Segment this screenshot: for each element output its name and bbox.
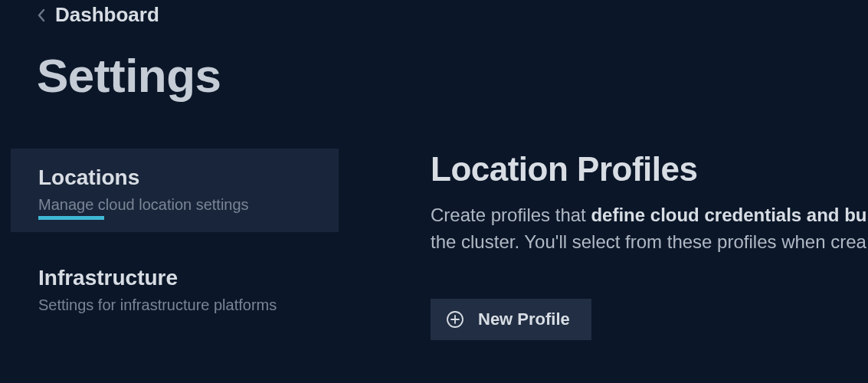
section-description: Create profiles that define cloud creden… <box>431 202 868 256</box>
desc-text-line2: the cluster. You'll select from these pr… <box>431 231 866 252</box>
sidebar-item-title: Locations <box>38 165 311 190</box>
chevron-left-icon <box>37 8 46 22</box>
breadcrumb[interactable]: Dashboard <box>0 0 868 27</box>
new-profile-button[interactable]: New Profile <box>431 299 591 340</box>
desc-text-prefix: Create profiles that <box>431 205 591 225</box>
new-profile-label: New Profile <box>478 309 570 329</box>
section-title: Location Profiles <box>431 150 868 188</box>
sidebar-item-description: Settings for infrastructure platforms <box>38 296 311 314</box>
sidebar-item-title: Infrastructure <box>38 266 311 290</box>
sidebar-item-description: Manage cloud location settings <box>38 196 311 214</box>
plus-circle-icon <box>446 310 464 329</box>
sidebar-item-locations[interactable]: Locations Manage cloud location settings <box>11 149 339 232</box>
main-panel: Location Profiles Create profiles that d… <box>431 149 868 340</box>
breadcrumb-label: Dashboard <box>55 3 159 27</box>
desc-text-bold: define cloud credentials and bu <box>591 205 866 225</box>
sidebar-item-infrastructure[interactable]: Infrastructure Settings for infrastructu… <box>11 249 339 332</box>
page-title: Settings <box>0 27 868 103</box>
settings-sidebar: Locations Manage cloud location settings… <box>11 149 339 340</box>
content-area: Locations Manage cloud location settings… <box>0 103 868 340</box>
